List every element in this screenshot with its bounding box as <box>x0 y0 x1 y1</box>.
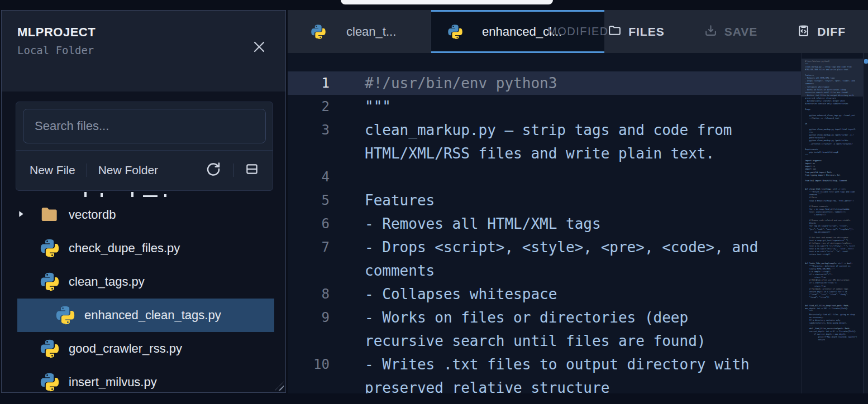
diff-label: DIFF <box>817 25 846 39</box>
save-label: SAVE <box>724 25 758 39</box>
save-icon <box>704 23 718 40</box>
minimap-line: python clean_markup.py input1.html input… <box>805 128 864 131</box>
file-tree: vectordbcheck_dupe_files.pyclean_tags.py… <box>2 191 285 399</box>
divider <box>87 163 87 177</box>
python-icon <box>447 23 464 40</box>
project-subtitle: Local Folder <box>17 44 271 56</box>
code-line-10[interactable]: 10- Writes .txt files to output director… <box>288 353 801 393</box>
tab-clean-tags[interactable]: clean_t... <box>288 10 431 53</box>
python-icon <box>55 305 76 326</box>
code-text: - Collapses whitespace <box>365 282 557 306</box>
tab-label: clean_t... <box>346 25 396 39</box>
line-number: 10 <box>288 353 346 393</box>
line-number: 6 <box>288 212 346 235</box>
split-panel-icon <box>245 162 259 178</box>
scrollbar-thumb[interactable] <box>864 59 868 64</box>
editor-content: 1#!/usr/bin/env python32"""3clean_markup… <box>288 53 868 393</box>
code-line-2[interactable]: 2""" <box>288 95 801 118</box>
code-line-6[interactable]: 6- Removes all HTML/XML tags <box>288 212 801 235</box>
file-name-label: good_crawler_rss.py <box>69 342 182 356</box>
line-number: 1 <box>288 71 346 95</box>
code-text: """ <box>365 95 391 118</box>
tab-label: enhanced_cl... <box>482 25 562 39</box>
code-text: clean_markup.py — strip tags and code fr… <box>365 118 767 165</box>
file-name-label: enhanced_clean_tags.py <box>84 308 221 323</box>
line-number: 9 <box>288 306 346 353</box>
diff-button[interactable]: DIFF <box>793 23 849 41</box>
split-panel-button[interactable] <box>245 162 259 178</box>
file-name-label: check_dupe_files.py <box>69 241 180 256</box>
file-tree-clipped-item[interactable] <box>2 191 285 198</box>
file-explorer-panel: MLPROJECT Local Folder New File New Fold… <box>1 10 286 393</box>
python-icon <box>39 338 60 359</box>
line-number: 4 <box>288 165 346 189</box>
code-line-1[interactable]: 1#!/usr/bin/env python3 <box>288 71 801 95</box>
editor-panel: clean_t... enhanced_cl... MODIFIED FILES <box>288 10 868 393</box>
code-area[interactable]: 1#!/usr/bin/env python32"""3clean_markup… <box>288 53 801 393</box>
chevron-right-icon[interactable] <box>16 209 26 221</box>
line-number: 3 <box>288 118 346 165</box>
code-text: - Works on files or directories (deep re… <box>365 306 767 353</box>
browser-omnibox-fragment <box>341 0 553 4</box>
close-icon <box>250 38 268 58</box>
python-icon <box>39 372 60 393</box>
code-line-9[interactable]: 9- Works on files or directories (deep r… <box>288 306 801 353</box>
minimap[interactable]: #!/usr/bin/env python3"""clean_markup.py… <box>801 53 864 393</box>
tree-file-check_dupe_files.py[interactable]: check_dupe_files.py <box>2 232 285 265</box>
vertical-scrollbar[interactable] <box>863 53 868 393</box>
code-line-7[interactable]: 7- Drops <script>, <style>, <pre>, <code… <box>288 235 801 282</box>
code-text: #!/usr/bin/env python3 <box>365 71 557 95</box>
code-line-8[interactable]: 8- Collapses whitespace <box>288 282 801 306</box>
python-icon <box>39 271 60 292</box>
save-button[interactable]: SAVE <box>700 23 761 41</box>
files-button[interactable]: FILES <box>604 23 668 41</box>
refresh-button[interactable] <box>205 161 222 179</box>
tree-folder-vectordb[interactable]: vectordb <box>2 198 285 232</box>
code-line-5[interactable]: 5Features <box>288 189 801 212</box>
python-icon <box>39 238 60 259</box>
diff-clipboard-icon <box>797 23 810 40</box>
tab-enhanced-clean-tags-active[interactable]: enhanced_cl... <box>431 10 604 53</box>
file-name-label: vectordb <box>69 208 116 222</box>
code-text: - Removes all HTML/XML tags <box>365 212 601 235</box>
new-folder-button[interactable]: New Folder <box>98 163 158 177</box>
new-file-button[interactable]: New File <box>30 163 75 177</box>
explorer-header: MLPROJECT Local Folder <box>2 11 285 92</box>
refresh-icon <box>205 161 222 179</box>
explorer-actions: New File New Folder <box>16 150 273 189</box>
search-input[interactable] <box>23 109 266 143</box>
bottom-strip <box>0 393 868 404</box>
folder-outline-icon <box>608 23 622 40</box>
tree-file-good_crawler_rss.py[interactable]: good_crawler_rss.py <box>2 332 285 365</box>
editor-toolbar: FILES SAVE DIFF <box>604 10 868 53</box>
minimap-line: return <box>805 339 864 342</box>
screen: MLPROJECT Local Folder New File New Fold… <box>0 0 868 404</box>
file-name-label: insert_milvus.py <box>69 375 157 389</box>
line-number: 2 <box>288 95 346 118</box>
tab-bar: clean_t... enhanced_cl... MODIFIED FILES <box>288 10 868 53</box>
code-line-4[interactable]: 4 <box>288 165 801 189</box>
close-button[interactable] <box>249 37 270 59</box>
line-number: 7 <box>288 235 346 282</box>
files-label: FILES <box>628 25 665 39</box>
tree-file-enhanced_clean_tags.py[interactable]: enhanced_clean_tags.py <box>17 299 274 332</box>
explorer-tools-card: New File New Folder <box>16 102 273 191</box>
python-icon <box>310 23 327 40</box>
file-name-label: clean_tags.py <box>69 275 145 289</box>
divider <box>233 163 233 177</box>
tree-file-clean_tags.py[interactable]: clean_tags.py <box>2 265 285 299</box>
code-text: - Writes .txt files to output directory … <box>365 353 767 393</box>
code-text: - Drops <script>, <style>, <pre>, <code>… <box>365 235 767 282</box>
folder-icon <box>39 204 60 225</box>
code-text: Features <box>365 189 435 212</box>
line-number: 8 <box>288 282 346 306</box>
line-number: 5 <box>288 189 346 212</box>
project-title: MLPROJECT <box>17 25 271 40</box>
minimap-content: #!/usr/bin/env python3"""clean_markup.py… <box>805 60 864 342</box>
code-line-3[interactable]: 3clean_markup.py — strip tags and code f… <box>288 118 801 165</box>
